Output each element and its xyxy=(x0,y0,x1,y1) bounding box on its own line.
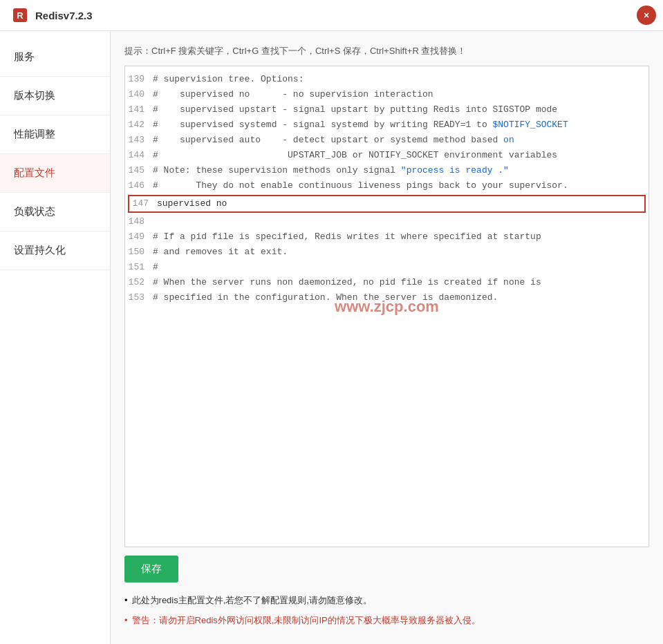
line-number: 151 xyxy=(125,261,153,274)
sidebar-item-config[interactable]: 配置文件 xyxy=(0,154,110,193)
line-content: # and removes it at exit. xyxy=(153,245,648,259)
sidebar-item-performance[interactable]: 性能调整 xyxy=(0,115,110,154)
code-line: 152# When the server runs non daemonized… xyxy=(125,275,648,290)
code-editor[interactable]: www.zjcp.com 139# supervision tree. Opti… xyxy=(124,66,649,547)
line-content: # They do not enable continuous liveness… xyxy=(153,179,648,193)
main-layout: 服务版本切换性能调整配置文件负载状态设置持久化 提示：Ctrl+F 搜索关键字，… xyxy=(0,31,663,644)
hint-bar: 提示：Ctrl+F 搜索关键字，Ctrl+G 查找下一个，Ctrl+S 保存，C… xyxy=(124,45,649,57)
sidebar: 服务版本切换性能调整配置文件负载状态设置持久化 xyxy=(0,31,111,644)
code-line: 143# supervised auto - detect upstart or… xyxy=(125,133,648,148)
line-number: 153 xyxy=(125,291,153,305)
line-content: # Note: these supervision methods only s… xyxy=(153,164,648,178)
note-text: 此处为redis主配置文件,若您不了解配置规则,请勿随意修改。 xyxy=(132,594,372,608)
line-content: supervised no xyxy=(157,197,644,211)
code-line: 149# If a pid file is specified, Redis w… xyxy=(125,229,648,245)
code-line: 139# supervision tree. Options: xyxy=(125,72,648,87)
app-icon: R xyxy=(10,6,30,25)
line-number: 142 xyxy=(125,118,153,132)
code-line: 144# UPSTART_JOB or NOTIFY_SOCKET enviro… xyxy=(125,148,648,163)
content-area: 提示：Ctrl+F 搜索关键字，Ctrl+G 查找下一个，Ctrl+S 保存，C… xyxy=(111,31,663,644)
sidebar-item-version[interactable]: 版本切换 xyxy=(0,77,110,115)
title-bar: R Redisv7.2.3 × xyxy=(0,0,663,31)
code-line: 142# supervised systemd - signal systemd… xyxy=(125,117,648,133)
line-content xyxy=(153,215,648,229)
line-content: # When the server runs non daemonized, n… xyxy=(153,276,648,290)
line-number: 141 xyxy=(125,103,153,117)
code-scroll[interactable]: 139# supervision tree. Options:140# supe… xyxy=(125,66,648,547)
app-title: Redisv7.2.3 xyxy=(35,10,93,21)
line-content: # supervised systemd - signal systemd by… xyxy=(153,118,648,132)
line-content: # If a pid file is specified, Redis writ… xyxy=(153,230,648,244)
note-bullet: • xyxy=(124,594,128,608)
sidebar-item-persist[interactable]: 设置持久化 xyxy=(0,231,110,270)
line-content: # supervision tree. Options: xyxy=(153,73,648,86)
code-line: 148 xyxy=(125,214,648,229)
code-line: 141# supervised upstart - signal upstart… xyxy=(125,102,648,117)
line-number: 140 xyxy=(125,88,153,102)
line-number: 149 xyxy=(125,230,153,244)
line-number: 152 xyxy=(125,276,153,290)
save-area: 保存 xyxy=(124,547,649,588)
code-line: 147supervised no xyxy=(128,195,646,213)
line-number: 144 xyxy=(125,149,153,162)
line-number: 147 xyxy=(129,197,157,211)
line-content: # xyxy=(153,261,648,274)
note-item: •警告：请勿开启Redis外网访问权限,未限制访问IP的情况下极大概率导致服务器… xyxy=(124,614,649,628)
sidebar-item-load[interactable]: 负载状态 xyxy=(0,193,110,231)
line-content: # supervised upstart - signal upstart by… xyxy=(153,103,648,117)
line-content: # specified in the configuration. When t… xyxy=(153,291,648,305)
sidebar-item-service[interactable]: 服务 xyxy=(0,38,110,77)
line-content: # supervised auto - detect upstart or sy… xyxy=(153,133,648,147)
line-number: 139 xyxy=(125,73,153,86)
line-number: 148 xyxy=(125,215,153,229)
code-line: 150# and removes it at exit. xyxy=(125,245,648,260)
code-line: 145# Note: these supervision methods onl… xyxy=(125,163,648,178)
close-button[interactable]: × xyxy=(637,6,656,25)
svg-text:R: R xyxy=(17,10,24,21)
code-line: 153# specified in the configuration. Whe… xyxy=(125,290,648,305)
code-line: 146# They do not enable continuous liven… xyxy=(125,178,648,193)
line-content: # supervised no - no supervision interac… xyxy=(153,88,648,102)
line-number: 145 xyxy=(125,164,153,178)
code-line: 140# supervised no - no supervision inte… xyxy=(125,87,648,102)
line-number: 146 xyxy=(125,179,153,193)
line-number: 150 xyxy=(125,245,153,259)
note-item: •此处为redis主配置文件,若您不了解配置规则,请勿随意修改。 xyxy=(124,594,649,608)
notes-area: •此处为redis主配置文件,若您不了解配置规则,请勿随意修改。•警告：请勿开启… xyxy=(124,588,649,634)
save-button[interactable]: 保存 xyxy=(124,556,178,583)
note-text: 警告：请勿开启Redis外网访问权限,未限制访问IP的情况下极大概率导致服务器被… xyxy=(132,614,480,628)
note-bullet: • xyxy=(124,614,128,628)
code-line: 151# xyxy=(125,260,648,275)
line-content: # UPSTART_JOB or NOTIFY_SOCKET environme… xyxy=(153,149,648,162)
line-number: 143 xyxy=(125,133,153,147)
